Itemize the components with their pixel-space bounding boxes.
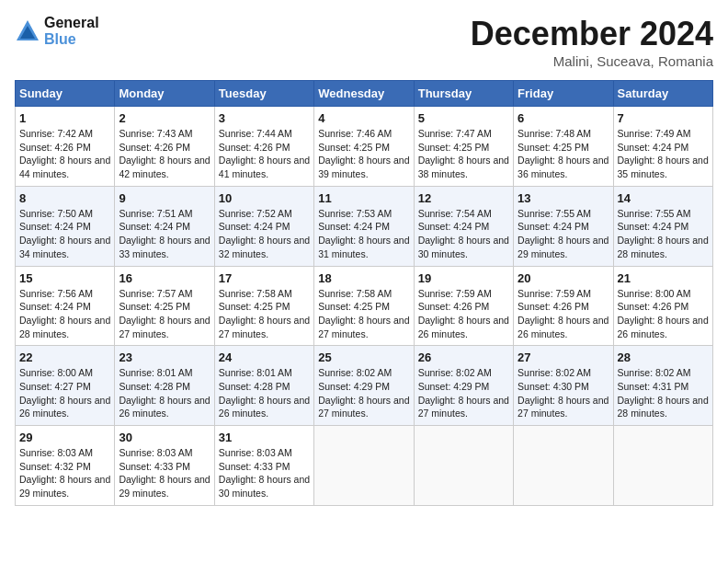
day-info: Sunrise: 8:02 AMSunset: 4:29 PMDaylight:… [318, 366, 409, 420]
day-number: 19 [418, 271, 509, 285]
calendar-day-cell: 7Sunrise: 7:49 AMSunset: 4:24 PMDaylight… [613, 107, 712, 187]
calendar-day-cell: 22Sunrise: 8:00 AMSunset: 4:27 PMDayligh… [16, 346, 115, 426]
calendar-day-cell: 24Sunrise: 8:01 AMSunset: 4:28 PMDayligh… [214, 346, 313, 426]
day-number: 30 [119, 431, 210, 444]
day-info: Sunrise: 7:44 AMSunset: 4:26 PMDaylight:… [219, 127, 310, 181]
weekday-header-row: SundayMondayTuesdayWednesdayThursdayFrid… [16, 81, 713, 107]
calendar-day-cell: 2Sunrise: 7:43 AMSunset: 4:26 PMDaylight… [115, 107, 214, 187]
calendar-day-cell: 28Sunrise: 8:02 AMSunset: 4:31 PMDayligh… [613, 346, 712, 426]
day-info: Sunrise: 7:52 AMSunset: 4:24 PMDaylight:… [219, 207, 310, 261]
day-number: 22 [19, 350, 110, 364]
day-number: 10 [219, 191, 310, 205]
day-number: 12 [418, 191, 509, 205]
calendar-day-cell: 13Sunrise: 7:55 AMSunset: 4:24 PMDayligh… [514, 186, 613, 266]
calendar-day-cell: 31Sunrise: 8:03 AMSunset: 4:33 PMDayligh… [214, 426, 313, 506]
day-number: 3 [219, 111, 310, 125]
day-number: 1 [19, 111, 110, 125]
weekday-header-monday: Monday [115, 81, 214, 107]
day-number: 16 [119, 271, 210, 285]
calendar-day-cell: 14Sunrise: 7:55 AMSunset: 4:24 PMDayligh… [613, 186, 712, 266]
day-info: Sunrise: 7:55 AMSunset: 4:24 PMDaylight:… [618, 207, 709, 261]
page-header: General Blue December 2024 Malini, Sucea… [15, 15, 713, 69]
day-info: Sunrise: 8:03 AMSunset: 4:33 PMDaylight:… [219, 446, 310, 500]
day-number: 20 [518, 271, 609, 285]
day-number: 11 [318, 191, 409, 205]
calendar-body: 1Sunrise: 7:42 AMSunset: 4:26 PMDaylight… [16, 107, 713, 506]
weekday-header-saturday: Saturday [613, 81, 712, 107]
calendar-day-cell: 17Sunrise: 7:58 AMSunset: 4:25 PMDayligh… [214, 266, 313, 346]
day-info: Sunrise: 7:53 AMSunset: 4:24 PMDaylight:… [318, 207, 409, 261]
calendar-day-cell: 21Sunrise: 8:00 AMSunset: 4:26 PMDayligh… [613, 266, 712, 346]
weekday-header-friday: Friday [514, 81, 613, 107]
day-info: Sunrise: 7:49 AMSunset: 4:24 PMDaylight:… [618, 127, 709, 181]
day-info: Sunrise: 7:54 AMSunset: 4:24 PMDaylight:… [418, 207, 509, 261]
day-info: Sunrise: 8:01 AMSunset: 4:28 PMDaylight:… [219, 366, 310, 420]
calendar-day-cell: 20Sunrise: 7:59 AMSunset: 4:26 PMDayligh… [514, 266, 613, 346]
calendar-day-cell: 4Sunrise: 7:46 AMSunset: 4:25 PMDaylight… [314, 107, 414, 187]
calendar-day-cell: 26Sunrise: 8:02 AMSunset: 4:29 PMDayligh… [414, 346, 513, 426]
day-number: 7 [618, 111, 709, 125]
day-number: 21 [618, 271, 709, 285]
day-info: Sunrise: 7:59 AMSunset: 4:26 PMDaylight:… [518, 287, 609, 341]
calendar-day-cell: 25Sunrise: 8:02 AMSunset: 4:29 PMDayligh… [314, 346, 414, 426]
calendar-title: December 2024 [471, 15, 713, 53]
calendar-day-cell: 29Sunrise: 8:03 AMSunset: 4:32 PMDayligh… [16, 426, 115, 506]
day-number: 9 [119, 191, 210, 205]
day-info: Sunrise: 7:59 AMSunset: 4:26 PMDaylight:… [418, 287, 509, 341]
day-number: 24 [219, 350, 310, 364]
day-info: Sunrise: 8:00 AMSunset: 4:27 PMDaylight:… [19, 366, 110, 420]
day-info: Sunrise: 7:42 AMSunset: 4:26 PMDaylight:… [19, 127, 110, 181]
day-number: 6 [518, 111, 609, 125]
calendar-day-cell: 9Sunrise: 7:51 AMSunset: 4:24 PMDaylight… [115, 186, 214, 266]
day-info: Sunrise: 8:01 AMSunset: 4:28 PMDaylight:… [119, 366, 210, 420]
weekday-header-thursday: Thursday [414, 81, 513, 107]
calendar-day-cell [314, 426, 414, 506]
day-info: Sunrise: 8:02 AMSunset: 4:29 PMDaylight:… [418, 366, 509, 420]
calendar-week-row: 15Sunrise: 7:56 AMSunset: 4:24 PMDayligh… [16, 266, 713, 346]
calendar-day-cell: 23Sunrise: 8:01 AMSunset: 4:28 PMDayligh… [115, 346, 214, 426]
weekday-header-tuesday: Tuesday [214, 81, 313, 107]
day-info: Sunrise: 7:56 AMSunset: 4:24 PMDaylight:… [19, 287, 110, 341]
day-number: 5 [418, 111, 509, 125]
day-number: 13 [518, 191, 609, 205]
calendar-table: SundayMondayTuesdayWednesdayThursdayFrid… [15, 80, 713, 506]
calendar-day-cell: 3Sunrise: 7:44 AMSunset: 4:26 PMDaylight… [214, 107, 313, 187]
day-number: 2 [119, 111, 210, 125]
weekday-header-sunday: Sunday [16, 81, 115, 107]
day-info: Sunrise: 7:55 AMSunset: 4:24 PMDaylight:… [518, 207, 609, 261]
calendar-day-cell [414, 426, 513, 506]
day-number: 26 [418, 350, 509, 364]
logo-icon [15, 18, 40, 44]
calendar-day-cell [514, 426, 613, 506]
day-number: 4 [318, 111, 409, 125]
calendar-day-cell: 5Sunrise: 7:47 AMSunset: 4:25 PMDaylight… [414, 107, 513, 187]
calendar-day-cell: 27Sunrise: 8:02 AMSunset: 4:30 PMDayligh… [514, 346, 613, 426]
day-number: 31 [219, 431, 310, 444]
day-info: Sunrise: 8:02 AMSunset: 4:31 PMDaylight:… [618, 366, 709, 420]
day-info: Sunrise: 8:03 AMSunset: 4:32 PMDaylight:… [19, 446, 110, 500]
calendar-day-cell: 10Sunrise: 7:52 AMSunset: 4:24 PMDayligh… [214, 186, 313, 266]
day-number: 28 [618, 350, 709, 364]
calendar-subtitle: Malini, Suceava, Romania [471, 53, 713, 69]
calendar-day-cell: 6Sunrise: 7:48 AMSunset: 4:25 PMDaylight… [514, 107, 613, 187]
day-info: Sunrise: 8:03 AMSunset: 4:33 PMDaylight:… [119, 446, 210, 500]
calendar-title-block: December 2024 Malini, Suceava, Romania [471, 15, 713, 69]
day-number: 18 [318, 271, 409, 285]
calendar-day-cell: 30Sunrise: 8:03 AMSunset: 4:33 PMDayligh… [115, 426, 214, 506]
day-info: Sunrise: 7:50 AMSunset: 4:24 PMDaylight:… [19, 207, 110, 261]
day-info: Sunrise: 8:00 AMSunset: 4:26 PMDaylight:… [618, 287, 709, 341]
day-info: Sunrise: 7:51 AMSunset: 4:24 PMDaylight:… [119, 207, 210, 261]
calendar-week-row: 22Sunrise: 8:00 AMSunset: 4:27 PMDayligh… [16, 346, 713, 426]
day-info: Sunrise: 7:47 AMSunset: 4:25 PMDaylight:… [418, 127, 509, 181]
day-info: Sunrise: 7:43 AMSunset: 4:26 PMDaylight:… [119, 127, 210, 181]
calendar-week-row: 29Sunrise: 8:03 AMSunset: 4:32 PMDayligh… [16, 426, 713, 506]
day-number: 15 [19, 271, 110, 285]
day-number: 14 [618, 191, 709, 205]
day-info: Sunrise: 7:58 AMSunset: 4:25 PMDaylight:… [219, 287, 310, 341]
calendar-day-cell: 11Sunrise: 7:53 AMSunset: 4:24 PMDayligh… [314, 186, 414, 266]
logo: General Blue [15, 15, 99, 48]
calendar-week-row: 1Sunrise: 7:42 AMSunset: 4:26 PMDaylight… [16, 107, 713, 187]
logo-text: General Blue [44, 15, 99, 48]
calendar-week-row: 8Sunrise: 7:50 AMSunset: 4:24 PMDaylight… [16, 186, 713, 266]
day-number: 25 [318, 350, 409, 364]
